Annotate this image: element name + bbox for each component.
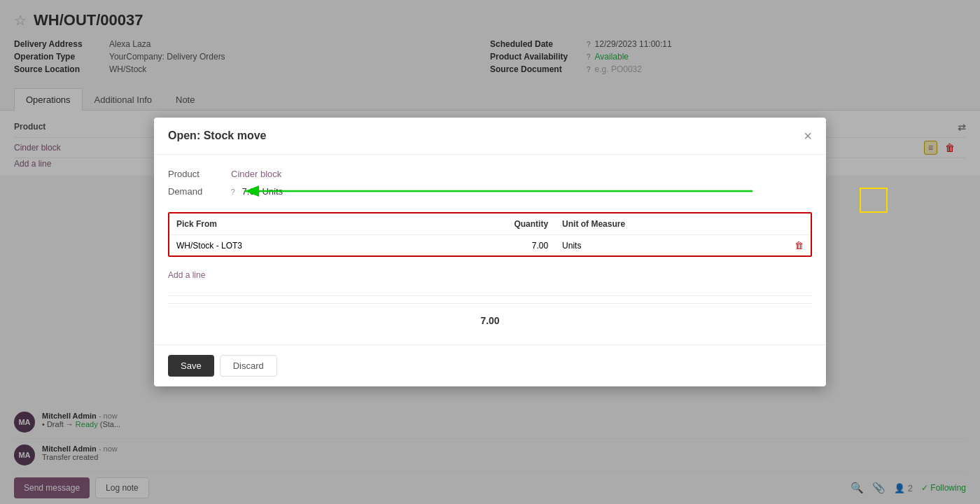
pick-from-delete-icon-0[interactable]: 🗑 bbox=[794, 240, 804, 251]
modal-total: 7.00 bbox=[480, 315, 499, 326]
pick-from-header: Pick From bbox=[169, 214, 410, 235]
modal-add-line-button[interactable]: Add a line bbox=[168, 266, 205, 284]
modal-product-label: Product bbox=[168, 169, 224, 179]
pick-from-location-0[interactable]: WH/Stock - LOT3 bbox=[169, 235, 410, 256]
modal-discard-button[interactable]: Discard bbox=[220, 355, 277, 377]
quantity-header: Quantity bbox=[410, 214, 555, 235]
pick-from-row-0: WH/Stock - LOT3 7.00 Units 🗑 bbox=[169, 235, 811, 256]
modal-product-value[interactable]: Cinder block bbox=[231, 169, 281, 179]
pick-from-qty-0: 7.00 bbox=[410, 235, 555, 256]
modal-overlay: Open: Stock move × Product Cinder block … bbox=[0, 0, 980, 504]
modal-demand-help[interactable]: ? bbox=[231, 188, 235, 196]
stock-move-modal: Open: Stock move × Product Cinder block … bbox=[154, 118, 826, 386]
modal-save-button[interactable]: Save bbox=[168, 355, 214, 377]
modal-close-button[interactable]: × bbox=[804, 129, 812, 143]
uom-header: Unit of Measure bbox=[555, 214, 788, 235]
pick-from-uom-0: Units bbox=[555, 235, 788, 256]
modal-demand-value: 7.00 Units bbox=[242, 186, 284, 197]
modal-title: Open: Stock move bbox=[168, 130, 266, 142]
modal-demand-label: Demand bbox=[168, 186, 224, 197]
